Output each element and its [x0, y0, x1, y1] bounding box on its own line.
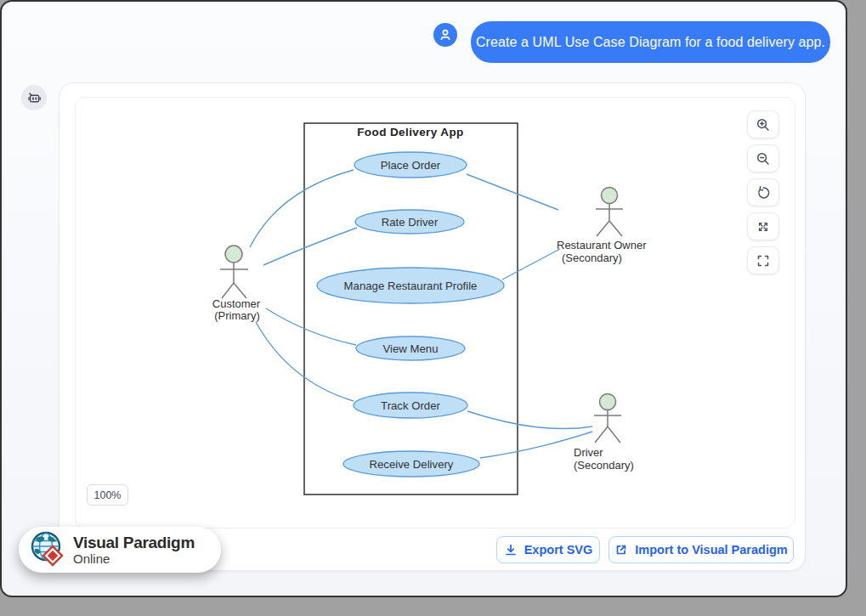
use-case-manage-restaurant-profile[interactable]: Manage Restaurant Profile: [317, 268, 504, 303]
system-boundary[interactable]: Food Delivery App: [304, 123, 518, 494]
expand-button[interactable]: [747, 212, 779, 240]
uml-use-case-diagram: Food Delivery App Place Order Rate Drive…: [201, 115, 673, 497]
bot-avatar: [21, 85, 47, 110]
user-icon: [439, 28, 452, 42]
actor-customer[interactable]: Customer (Primary): [212, 246, 261, 322]
use-case-label: Receive Delivery: [370, 458, 454, 471]
actor-role: (Secondary): [562, 251, 622, 264]
export-svg-button[interactable]: Export SVG: [496, 536, 600, 563]
use-case-place-order[interactable]: Place Order: [354, 152, 467, 178]
import-to-visual-paradigm-button[interactable]: Import to Visual Paradigm: [608, 536, 794, 563]
use-case-label: View Menu: [383, 342, 439, 355]
zoom-out-button[interactable]: [747, 144, 779, 172]
chat-user-message: Create a UML Use Case Diagram for a food…: [471, 21, 830, 63]
export-svg-label: Export SVG: [524, 543, 593, 557]
chat-message-text: Create a UML Use Case Diagram for a food…: [476, 35, 825, 50]
use-case-view-menu[interactable]: View Menu: [356, 336, 465, 360]
use-case-rate-driver[interactable]: Rate Driver: [355, 210, 464, 234]
actor-name: Driver: [574, 446, 603, 459]
zoom-in-button[interactable]: [747, 110, 779, 138]
use-case-label: Place Order: [381, 159, 441, 172]
actor-name: Customer: [212, 297, 261, 310]
external-link-icon: [614, 543, 628, 557]
logo-name-text: Visual Paradigm: [73, 534, 195, 551]
zoom-level-text: 100%: [94, 489, 122, 501]
logo-sub-text: Online: [73, 552, 195, 565]
use-case-label: Manage Restaurant Profile: [344, 280, 478, 292]
visual-paradigm-logo[interactable]: Visual Paradigm Online: [19, 527, 221, 573]
use-case-label: Track Order: [381, 399, 440, 412]
actor-name: Restaurant Owner: [557, 239, 647, 251]
robot-icon: [26, 90, 42, 106]
zoom-level-badge: 100%: [87, 484, 128, 506]
actor-driver[interactable]: Driver (Secondary): [574, 394, 634, 472]
download-icon: [504, 543, 518, 557]
use-case-track-order[interactable]: Track Order: [354, 393, 467, 418]
actor-role: (Primary): [214, 309, 259, 322]
import-to-visual-paradigm-label: Import to Visual Paradigm: [635, 543, 787, 557]
globe-logo-icon: [27, 528, 68, 571]
system-title: Food Delivery App: [357, 126, 464, 138]
actor-role: (Secondary): [574, 459, 634, 472]
zoom-out-icon: [756, 151, 771, 167]
reset-view-icon: [756, 185, 771, 201]
use-case-label: Rate Driver: [382, 216, 439, 229]
reset-view-button[interactable]: [747, 178, 779, 206]
fullscreen-button[interactable]: [747, 246, 779, 274]
expand-icon: [756, 219, 771, 235]
use-case-receive-delivery[interactable]: Receive Delivery: [343, 451, 479, 477]
user-avatar: [433, 23, 457, 47]
fullscreen-icon: [756, 253, 771, 268]
app-window: Create a UML Use Case Diagram for a food…: [0, 0, 847, 597]
actor-restaurant-owner[interactable]: Restaurant Owner (Secondary): [557, 188, 647, 265]
zoom-in-icon: [756, 117, 771, 133]
